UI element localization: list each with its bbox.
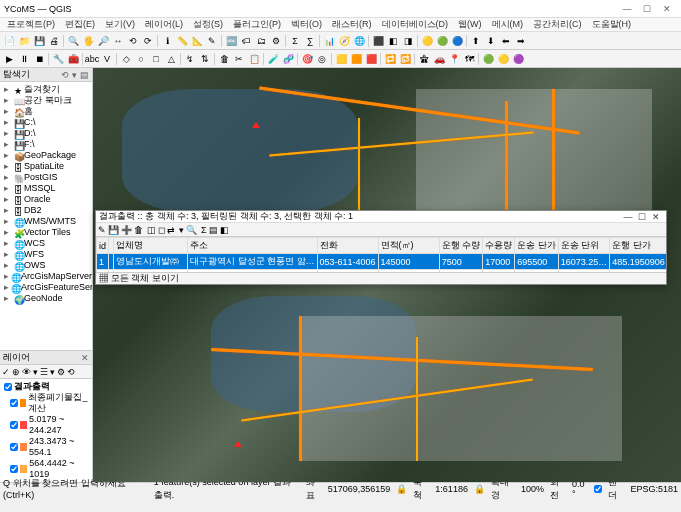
- tb2-btn-28[interactable]: 🟨: [334, 52, 348, 66]
- tb1-btn-30[interactable]: ◧: [386, 34, 400, 48]
- attr-col-header[interactable]: 운행 단가: [610, 238, 666, 254]
- attr-col-header[interactable]: 운송 단위: [558, 238, 610, 254]
- attr-form-icon[interactable]: ▤: [209, 225, 218, 235]
- browser-item-wmswmts[interactable]: ▸🌐WMS/WMTS: [2, 216, 90, 227]
- tb1-btn-2[interactable]: 💾: [32, 34, 46, 48]
- browser-item-arcgismapserver[interactable]: ▸🌐ArcGisMapServer: [2, 271, 90, 282]
- table-cell[interactable]: 485.1950906…: [610, 254, 666, 270]
- attr-col-header[interactable]: 수용량: [483, 238, 515, 254]
- browser-item-arcgisfeatureserver[interactable]: ▸🌐ArcGisFeatureServer: [2, 282, 90, 293]
- minimize-button[interactable]: —: [617, 4, 637, 14]
- tb2-btn-22[interactable]: 🧪: [266, 52, 280, 66]
- tb1-btn-26[interactable]: 🧭: [337, 34, 351, 48]
- browser-tree[interactable]: ▸★즐겨찾기▸📖공간 북마크▸🏠홈▸💾C:\▸💾D:\▸💾F:\▸📦GeoPac…: [0, 82, 92, 350]
- tb1-btn-3[interactable]: 🖨: [47, 34, 61, 48]
- attribute-table-grid[interactable]: id업체명주소전화면적(㎡)운행 수량수용량운송 단가운송 단위운행 단가단위량…: [96, 237, 666, 272]
- attribute-table-footer[interactable]: ▦ 모든 객체 보이기: [96, 272, 666, 284]
- table-cell[interactable]: 695500: [515, 254, 559, 270]
- status-coord-value[interactable]: 517069,356159: [328, 484, 391, 494]
- browser-item-geonode[interactable]: ▸🌍GeoNode: [2, 293, 90, 304]
- tb1-btn-6[interactable]: 🖐: [81, 34, 95, 48]
- menu-d[interactable]: 데이터베이스(D): [379, 18, 452, 31]
- tb2-btn-4[interactable]: 🔧: [51, 52, 65, 66]
- browser-item-postgis[interactable]: ▸🐘PostGIS: [2, 172, 90, 183]
- table-cell[interactable]: 145000: [378, 254, 439, 270]
- tb1-btn-27[interactable]: 🌐: [352, 34, 366, 48]
- tb1-btn-12[interactable]: ℹ: [160, 34, 174, 48]
- menu-o[interactable]: 벡터(O): [288, 18, 325, 31]
- layers-tb-5[interactable]: ▾: [50, 367, 55, 377]
- attr-dock-icon[interactable]: ◧: [220, 225, 229, 235]
- attr-maximize-button[interactable]: ☐: [635, 212, 649, 222]
- tb2-btn-40[interactable]: 🟢: [481, 52, 495, 66]
- layer-root-checkbox[interactable]: [4, 383, 12, 391]
- attr-edit-icon[interactable]: ✎: [98, 225, 106, 235]
- table-row[interactable]: 1영남도시개발㈜대구광역시 달성군 현풍면 암…053-611-40061450…: [97, 254, 667, 270]
- browser-item-[interactable]: ▸🏠홈: [2, 106, 90, 117]
- tb1-btn-31[interactable]: ◨: [401, 34, 415, 48]
- tb1-btn-37[interactable]: ⬆: [469, 34, 483, 48]
- layers-tb-4[interactable]: ☰: [40, 367, 48, 377]
- tb2-btn-20[interactable]: 📋: [247, 52, 261, 66]
- tb1-btn-18[interactable]: 🏷: [239, 34, 253, 48]
- attr-save-icon[interactable]: 💾: [108, 225, 119, 235]
- tb1-btn-8[interactable]: ↔: [111, 34, 125, 48]
- tb1-btn-25[interactable]: 📊: [322, 34, 336, 48]
- menu-r[interactable]: 래스터(R): [329, 18, 375, 31]
- tb2-btn-16[interactable]: ⇅: [198, 52, 212, 66]
- tb1-btn-34[interactable]: 🟢: [435, 34, 449, 48]
- attr-add-icon[interactable]: ➕: [121, 225, 132, 235]
- menu-p[interactable]: 프로젝트(P): [4, 18, 58, 31]
- attr-minimize-button[interactable]: —: [621, 212, 635, 222]
- layers-tb-7[interactable]: ⟲: [67, 367, 75, 377]
- tb1-btn-10[interactable]: ⟳: [141, 34, 155, 48]
- attr-filter-icon[interactable]: ▾: [179, 225, 184, 235]
- tb1-btn-5[interactable]: 🔍: [66, 34, 80, 48]
- tb2-btn-37[interactable]: 📍: [447, 52, 461, 66]
- layers-close-icon[interactable]: ✕: [81, 353, 89, 363]
- layer-item[interactable]: 5.0179 ~ 244.247: [2, 414, 90, 436]
- tb1-btn-23[interactable]: ∑: [303, 34, 317, 48]
- menu-p[interactable]: 플러그인(P): [230, 18, 284, 31]
- tb2-btn-33[interactable]: 🔂: [398, 52, 412, 66]
- tb1-btn-1[interactable]: 📁: [17, 34, 31, 48]
- tb1-btn-17[interactable]: 🔤: [224, 34, 238, 48]
- attr-zoom-icon[interactable]: 🔍: [186, 225, 197, 235]
- browser-item-geopackage[interactable]: ▸📦GeoPackage: [2, 150, 90, 161]
- tb1-btn-13[interactable]: 📏: [175, 34, 189, 48]
- layers-tb-6[interactable]: ⚙: [57, 367, 65, 377]
- tb1-btn-20[interactable]: ⚙: [269, 34, 283, 48]
- layers-tb-3[interactable]: ▾: [33, 367, 38, 377]
- browser-item-c[interactable]: ▸💾C:\: [2, 117, 90, 128]
- tb2-btn-11[interactable]: ○: [134, 52, 148, 66]
- tb2-btn-2[interactable]: ⏹: [32, 52, 46, 66]
- tb1-btn-40[interactable]: ➡: [514, 34, 528, 48]
- attr-invert-icon[interactable]: ⇄: [167, 225, 175, 235]
- attr-col-header[interactable]: id: [97, 238, 109, 254]
- tb1-btn-0[interactable]: 📄: [2, 34, 16, 48]
- attr-col-header[interactable]: 업체명: [114, 238, 188, 254]
- menu-l[interactable]: 레이어(L): [142, 18, 186, 31]
- tb1-btn-35[interactable]: 🔵: [450, 34, 464, 48]
- browser-collapse-icon[interactable]: ▤: [80, 70, 89, 80]
- table-cell[interactable]: 16073.25…: [558, 254, 610, 270]
- browser-filter-icon[interactable]: ▾: [72, 70, 77, 80]
- menu-w[interactable]: 웹(W): [455, 18, 485, 31]
- menu-h[interactable]: 도움말(H): [589, 18, 635, 31]
- tb2-btn-26[interactable]: ◎: [315, 52, 329, 66]
- tb2-btn-38[interactable]: 🗺: [462, 52, 476, 66]
- tb2-btn-29[interactable]: 🟧: [349, 52, 363, 66]
- tb2-btn-12[interactable]: □: [149, 52, 163, 66]
- table-cell[interactable]: 1: [97, 254, 109, 270]
- close-button[interactable]: ✕: [657, 4, 677, 14]
- browser-item-db2[interactable]: ▸🗄DB2: [2, 205, 90, 216]
- browser-item-f[interactable]: ▸💾F:\: [2, 139, 90, 150]
- attr-deselect-icon[interactable]: ◻: [158, 225, 165, 235]
- maximize-button[interactable]: ☐: [637, 4, 657, 14]
- table-cell[interactable]: 영남도시개발㈜: [114, 254, 188, 270]
- tb1-btn-15[interactable]: ✎: [205, 34, 219, 48]
- tb2-btn-8[interactable]: V: [100, 52, 114, 66]
- tb1-btn-14[interactable]: 📐: [190, 34, 204, 48]
- tb2-btn-18[interactable]: 🗑: [217, 52, 231, 66]
- tb2-btn-0[interactable]: ▶: [2, 52, 16, 66]
